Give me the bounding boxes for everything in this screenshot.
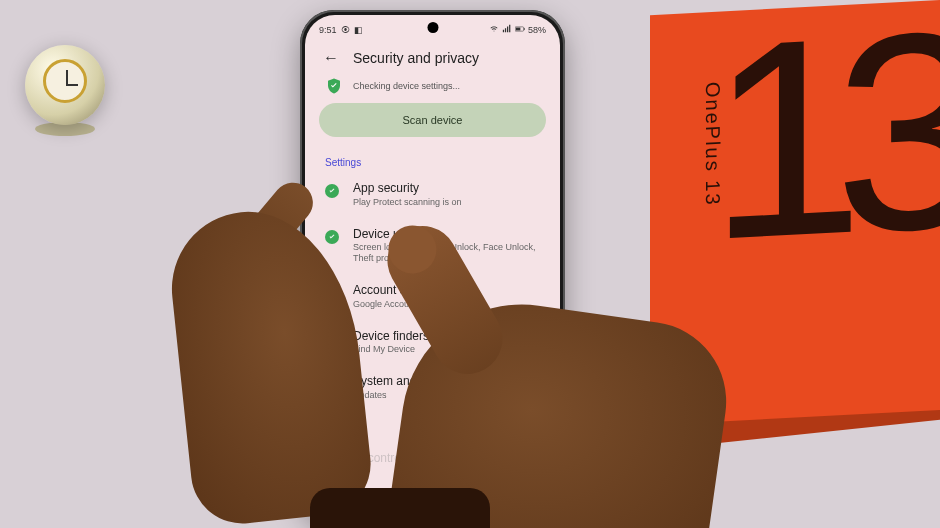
wifi-icon: [489, 24, 499, 36]
item-subtitle: Play Protect scanning is on: [353, 197, 540, 208]
status-check-icon: [325, 230, 339, 244]
scan-device-button[interactable]: Scan device: [319, 103, 546, 137]
camera-hole: [427, 22, 438, 33]
shield-check-icon: [325, 77, 343, 95]
svg-rect-1: [516, 28, 521, 31]
box-model-glyph: 13: [709, 0, 940, 303]
notification-app-icon: ◧: [354, 25, 363, 35]
item-title: App security: [353, 182, 540, 196]
scan-device-button-label: Scan device: [403, 114, 463, 126]
svg-rect-2: [524, 28, 525, 30]
scan-card: Checking device settings... Scan device: [319, 77, 546, 137]
settings-section-label: Settings: [305, 141, 560, 172]
notification-dot-icon: ⦿: [341, 25, 350, 35]
back-arrow-icon[interactable]: ←: [323, 49, 339, 67]
wrist-shadow: [310, 488, 490, 528]
status-check-icon: [325, 184, 339, 198]
page-title: Security and privacy: [353, 50, 479, 66]
signal-icon: [502, 24, 512, 36]
item-app-security[interactable]: App security Play Protect scanning is on: [305, 172, 560, 218]
desk-clock: [25, 45, 105, 125]
scan-status-text: Checking device settings...: [353, 81, 460, 91]
clock-time: 9:51: [319, 25, 337, 35]
title-bar: ← Security and privacy: [305, 41, 560, 77]
battery-percentage: 58%: [528, 25, 546, 35]
battery-icon: [515, 24, 525, 36]
